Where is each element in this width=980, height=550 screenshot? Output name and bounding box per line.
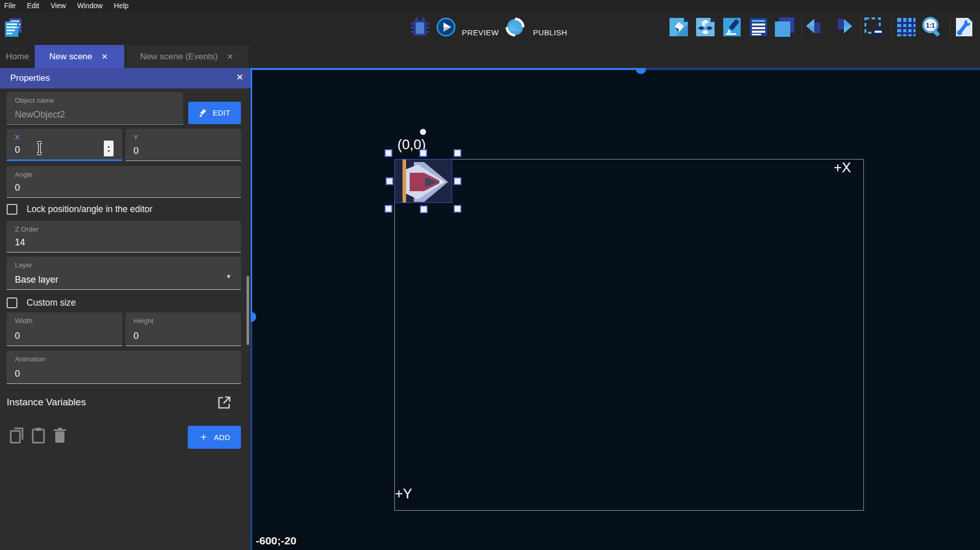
z-order-value: 14 bbox=[15, 237, 25, 248]
canvas-top-splitter[interactable] bbox=[251, 68, 641, 70]
debug-icon bbox=[410, 16, 430, 38]
angle-field[interactable]: Angle 0 bbox=[7, 166, 241, 198]
width-field[interactable]: Width 0 bbox=[7, 312, 122, 346]
publish-label[interactable]: PUBLISH bbox=[533, 28, 567, 37]
zoom-original-button[interactable]: 1:1 bbox=[920, 15, 942, 39]
paste-variable-button[interactable] bbox=[32, 427, 45, 446]
menu-edit[interactable]: Edit bbox=[27, 2, 39, 10]
edit-object-button[interactable]: EDIT bbox=[188, 102, 241, 124]
y-value: 0 bbox=[133, 146, 139, 156]
height-field[interactable]: Height 0 bbox=[125, 312, 241, 346]
resize-handle-top-center[interactable] bbox=[419, 149, 427, 157]
properties-panel: Properties ✕ Object name NewObject2 EDIT… bbox=[0, 68, 251, 550]
animation-label: Animation bbox=[15, 355, 46, 363]
width-value: 0 bbox=[15, 331, 20, 341]
tab-new-scene-events[interactable]: New scene (Events) ✕ bbox=[127, 45, 249, 68]
toolbar-separator bbox=[891, 18, 892, 37]
redo-button[interactable] bbox=[832, 15, 853, 39]
canvas-left-splitter[interactable] bbox=[251, 317, 252, 550]
open-in-new-icon bbox=[217, 396, 231, 409]
editor-settings-button[interactable] bbox=[953, 15, 975, 39]
stepper-up-icon[interactable]: ▲ bbox=[107, 144, 110, 149]
scene-window-frame bbox=[394, 159, 864, 511]
layer-select[interactable]: Layer Base layer ▼ bbox=[7, 257, 241, 290]
resize-handle-top-right[interactable] bbox=[454, 149, 461, 157]
object-name-label: Object name bbox=[15, 97, 54, 104]
object-groups-button[interactable] bbox=[695, 15, 716, 39]
undo-icon bbox=[805, 18, 827, 36]
edit-scene-properties-button[interactable] bbox=[721, 15, 743, 39]
zoom-1-1-icon: 1:1 bbox=[921, 16, 941, 38]
deselect-button[interactable] bbox=[863, 15, 885, 39]
resize-handle-bottom-center[interactable] bbox=[420, 205, 428, 213]
project-manager-icon bbox=[2, 15, 24, 39]
edit-properties-icon bbox=[722, 17, 742, 37]
x-stepper[interactable]: ▲ ▼ bbox=[104, 141, 114, 156]
animation-field[interactable]: Animation 0 bbox=[7, 351, 241, 384]
custom-size-checkbox[interactable] bbox=[7, 297, 17, 308]
delete-variable-button[interactable] bbox=[53, 427, 66, 446]
project-manager-button[interactable] bbox=[2, 15, 24, 39]
custom-size-row[interactable]: Custom size bbox=[7, 297, 76, 308]
menu-bar: File Edit View Window Help bbox=[0, 0, 980, 11]
grid-icon bbox=[896, 17, 917, 37]
resize-handle-top-left[interactable] bbox=[385, 149, 392, 157]
lock-position-checkbox[interactable] bbox=[7, 204, 17, 215]
tab-close-icon[interactable]: ✕ bbox=[99, 52, 110, 61]
layers-icon bbox=[774, 16, 795, 38]
objects-panel-button[interactable] bbox=[668, 15, 689, 39]
object-name-field[interactable]: Object name NewObject2 bbox=[7, 92, 183, 125]
tab-new-scene[interactable]: New scene ✕ bbox=[35, 45, 124, 68]
add-variable-button[interactable]: ＋ ADD bbox=[188, 426, 241, 449]
resize-handle-bottom-right[interactable] bbox=[454, 205, 461, 213]
layer-value: Base layer bbox=[15, 274, 58, 285]
splitter-handle[interactable] bbox=[251, 312, 256, 322]
tab-home[interactable]: Home bbox=[0, 45, 35, 68]
rotation-handle[interactable] bbox=[420, 129, 426, 135]
y-label: Y bbox=[133, 133, 138, 141]
object-groups-icon bbox=[695, 17, 716, 37]
z-order-field[interactable]: Z Order 14 bbox=[7, 221, 241, 253]
angle-label: Angle bbox=[15, 171, 33, 178]
tab-new-scene-events-label: New scene (Events) bbox=[140, 52, 218, 62]
menu-view[interactable]: View bbox=[51, 2, 66, 10]
copy-icon bbox=[9, 427, 24, 444]
canvas-left-splitter[interactable] bbox=[251, 68, 252, 317]
chevron-down-icon[interactable]: ▼ bbox=[226, 273, 232, 280]
panel-scrollbar-thumb[interactable] bbox=[247, 276, 249, 345]
splitter-handle[interactable] bbox=[636, 68, 646, 74]
panel-close-icon[interactable]: ✕ bbox=[236, 72, 243, 83]
grid-button[interactable] bbox=[896, 15, 917, 39]
resize-handle-middle-right[interactable] bbox=[454, 177, 461, 185]
preview-play-icon bbox=[436, 17, 456, 37]
tab-home-label: Home bbox=[6, 52, 29, 62]
preview-label[interactable]: PREVIEW bbox=[462, 28, 499, 37]
resize-handle-bottom-left[interactable] bbox=[385, 205, 392, 213]
instance-variables-title: Instance Variables bbox=[7, 397, 86, 408]
deselect-icon bbox=[864, 17, 884, 37]
layers-button[interactable] bbox=[774, 15, 795, 39]
canvas-top-splitter[interactable] bbox=[641, 68, 980, 70]
stepper-down-icon[interactable]: ▼ bbox=[107, 149, 110, 153]
x-position-field[interactable]: X 0 ▲ ▼ bbox=[7, 129, 122, 161]
trash-icon bbox=[53, 427, 66, 444]
debug-button[interactable] bbox=[409, 15, 431, 39]
y-position-field[interactable]: Y 0 bbox=[125, 129, 241, 161]
copy-variable-button[interactable] bbox=[9, 427, 24, 446]
undo-button[interactable] bbox=[805, 15, 827, 39]
menu-window[interactable]: Window bbox=[77, 2, 103, 10]
pencil-icon bbox=[199, 109, 208, 118]
scene-canvas[interactable]: (0,0) +X +Y -600;-20 bbox=[251, 68, 980, 550]
menu-file[interactable]: File bbox=[4, 2, 16, 10]
preview-button[interactable] bbox=[436, 15, 456, 39]
resize-handle-middle-left[interactable] bbox=[386, 177, 393, 185]
tab-close-icon[interactable]: ✕ bbox=[225, 52, 236, 61]
lock-position-row[interactable]: Lock position/angle in the editor bbox=[7, 204, 152, 215]
menu-help[interactable]: Help bbox=[114, 2, 129, 10]
instances-list-button[interactable] bbox=[748, 15, 769, 39]
angle-value: 0 bbox=[15, 182, 20, 193]
x-axis-label: +X bbox=[834, 160, 851, 176]
publish-button[interactable] bbox=[504, 15, 526, 39]
publish-icon bbox=[504, 17, 526, 37]
open-variables-editor-button[interactable] bbox=[217, 396, 231, 411]
